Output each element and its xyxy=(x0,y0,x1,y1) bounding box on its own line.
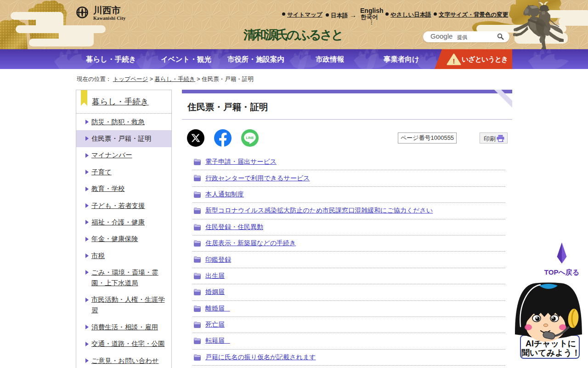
svg-text:!: ! xyxy=(453,57,455,65)
svg-text:LINE: LINE xyxy=(246,136,254,140)
